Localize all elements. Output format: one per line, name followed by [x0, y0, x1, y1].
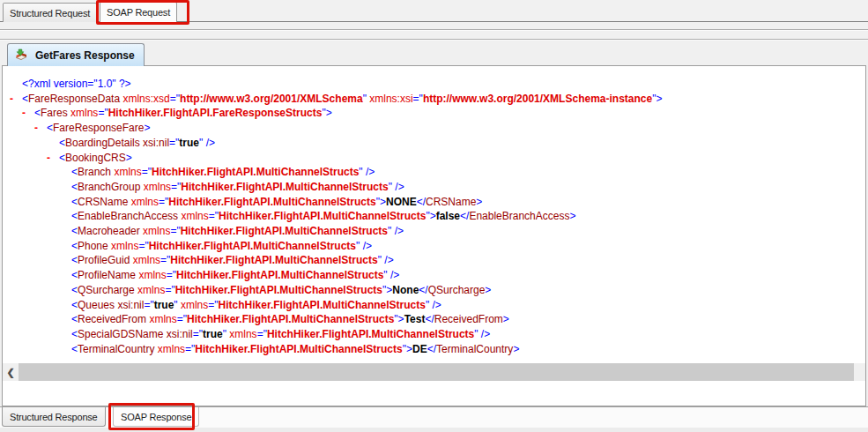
collapse-toggle[interactable]: -	[10, 92, 13, 107]
xml-line: -<BookingCRS>	[3, 151, 865, 166]
collapse-toggle[interactable]: -	[34, 121, 38, 136]
xml-line: <SpecialGDSName xsi:nil="true" xmlns="Hi…	[3, 327, 865, 342]
xml-line: -<FareResponseFare>	[3, 121, 865, 136]
splitter-groove	[0, 39, 868, 41]
soap-viewer-window: { "top_tabs": { "structured_request": "S…	[0, 0, 868, 432]
splitter-groove	[0, 29, 868, 31]
xml-line: <Queues xsi:nil="true" xmlns="HitchHiker…	[3, 298, 865, 313]
tab-soap-request[interactable]: SOAP Request	[100, 2, 177, 22]
tab-getfares-response-label: GetFares Response	[35, 49, 135, 62]
xml-line: <EnableBranchAccess xmlns="HitchHiker.Fl…	[3, 209, 865, 224]
xml-line: <BranchGroup xmlns="HitchHiker.FlightAPI…	[3, 180, 865, 195]
horizontal-scrollbar[interactable]: ❮	[3, 363, 865, 381]
xml-line: <Macroheader xmlns="HitchHiker.FlightAPI…	[3, 224, 865, 239]
xml-line: <TerminalCountry xmlns="HitchHiker.Fligh…	[3, 342, 865, 357]
xml-line: -<Fares xmlns="HitchHiker.FlightAPI.Fare…	[3, 106, 865, 121]
footer-strip	[0, 428, 868, 432]
xml-line: <Phone xmlns="HitchHiker.FlightAPI.Multi…	[3, 239, 865, 254]
scroll-left-arrow-icon[interactable]: ❮	[3, 363, 19, 381]
tab-structured-request[interactable]: Structured Request	[3, 3, 97, 22]
horizontal-scrollbar-thumb[interactable]	[19, 363, 854, 381]
xml-line: <ReceivedFrom xmlns="HitchHiker.FlightAP…	[3, 312, 865, 327]
collapse-toggle[interactable]: -	[22, 106, 26, 121]
tab-structured-response[interactable]: Structured Response	[2, 407, 106, 427]
xml-tree[interactable]: <?xml version="1.0" ?>-<FareResponseData…	[3, 66, 865, 374]
collapse-toggle[interactable]: -	[47, 151, 50, 166]
book-download-icon	[14, 48, 28, 63]
xml-line: <?xml version="1.0" ?>	[3, 77, 865, 92]
request-tab-strip: Structured Request SOAP Request	[0, 0, 868, 22]
xml-line: <BoardingDetails xsi:nil="true" />	[3, 136, 865, 151]
xml-line: <Branch xmlns="HitchHiker.FlightAPI.Mult…	[3, 165, 865, 180]
response-tab-strip: Structured Response SOAP Response	[0, 406, 868, 428]
xml-viewer-panel: <?xml version="1.0" ?>-<FareResponseData…	[2, 65, 866, 406]
xml-line: <ProfileGuid xmlns="HitchHiker.FlightAPI…	[3, 253, 865, 268]
xml-line: <CRSName xmlns="HitchHiker.FlightAPI.Mul…	[3, 195, 865, 210]
tab-getfares-response[interactable]: GetFares Response	[7, 43, 145, 66]
xml-line: <ProfileName xmlns="HitchHiker.FlightAPI…	[3, 268, 865, 283]
xml-line: <QSurcharge xmlns="HitchHiker.FlightAPI.…	[3, 283, 865, 298]
tab-soap-response[interactable]: SOAP Response	[113, 407, 199, 427]
xml-line: -<FareResponseData xmlns:xsd="http://www…	[3, 92, 865, 107]
